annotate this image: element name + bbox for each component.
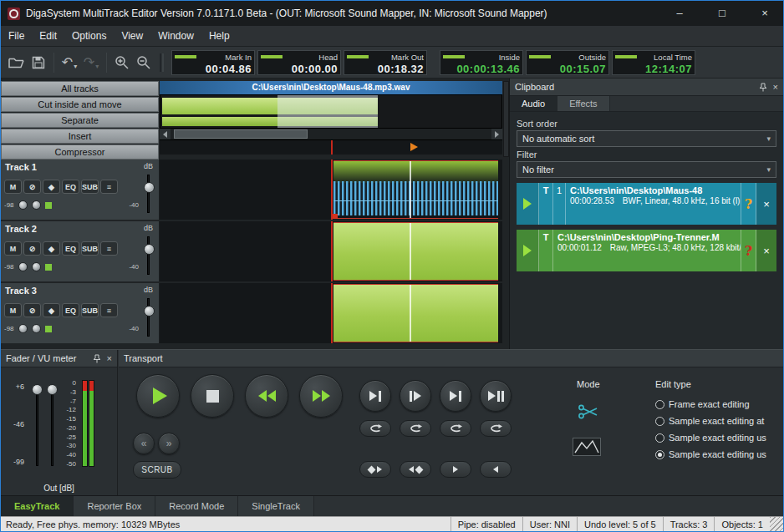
playhead-marker[interactable] bbox=[331, 140, 333, 155]
loop-button-1[interactable] bbox=[359, 420, 391, 437]
fader-slider-left[interactable] bbox=[36, 388, 38, 466]
close-button[interactable]: × bbox=[746, 1, 783, 26]
zoom-out-icon[interactable] bbox=[133, 52, 155, 73]
rewind-button[interactable] bbox=[245, 374, 288, 418]
filter-dropdown[interactable]: No filter ▾ bbox=[517, 161, 776, 178]
mark-out-marker-icon[interactable] bbox=[410, 143, 418, 151]
audio-clip[interactable] bbox=[333, 160, 498, 219]
loop-button-2[interactable] bbox=[400, 420, 431, 437]
pan-button[interactable]: ◆ bbox=[43, 180, 60, 194]
scroll-left-icon[interactable] bbox=[160, 129, 171, 139]
close-panel-icon[interactable]: × bbox=[773, 83, 778, 92]
entry-play-button[interactable] bbox=[517, 183, 539, 225]
fader-knob-right[interactable] bbox=[47, 384, 58, 395]
open-folder-icon[interactable] bbox=[6, 52, 28, 73]
track-waveform-lane[interactable] bbox=[160, 283, 502, 343]
audio-clip[interactable] bbox=[333, 284, 498, 342]
menu-edit[interactable]: Edit bbox=[32, 27, 64, 45]
gain-knob[interactable] bbox=[32, 200, 41, 210]
volume-slider[interactable] bbox=[147, 175, 150, 213]
sub-button[interactable]: SUB bbox=[81, 180, 99, 194]
gain-knob[interactable] bbox=[32, 262, 41, 271]
track-waveform-lane[interactable] bbox=[160, 221, 502, 281]
insert-button[interactable]: Insert bbox=[1, 129, 159, 144]
track-waveform-lane[interactable] bbox=[160, 160, 502, 220]
stop-button[interactable] bbox=[191, 374, 234, 418]
edit-radio-3[interactable]: Sample exact editing us bbox=[655, 449, 781, 459]
separate-button[interactable]: Separate bbox=[1, 113, 159, 128]
tab-reporter-box[interactable]: Reporter Box bbox=[74, 496, 155, 516]
volume-slider-knob[interactable] bbox=[144, 306, 155, 317]
sub-button[interactable]: SUB bbox=[81, 241, 99, 256]
step-back-button[interactable] bbox=[480, 461, 512, 478]
maximize-button[interactable]: □ bbox=[704, 1, 741, 26]
mute-button[interactable]: M bbox=[4, 303, 22, 317]
overview-waveform[interactable] bbox=[160, 94, 502, 129]
mute-button[interactable]: M bbox=[4, 180, 22, 194]
scissors-icon[interactable] bbox=[578, 403, 599, 421]
play-over-cut-button[interactable] bbox=[440, 380, 471, 412]
volume-slider-knob[interactable] bbox=[144, 244, 155, 255]
pan-button[interactable]: ◆ bbox=[43, 241, 60, 256]
previous-button[interactable]: « bbox=[133, 433, 155, 454]
solo-off-button[interactable]: ⊘ bbox=[23, 241, 41, 256]
sort-order-dropdown[interactable]: No automatic sort ▾ bbox=[517, 130, 776, 147]
edit-radio-0[interactable]: Frame exact editing bbox=[655, 399, 781, 409]
volume-slider-knob[interactable] bbox=[144, 182, 155, 193]
zoom-in-icon[interactable] bbox=[111, 52, 133, 73]
pin-icon[interactable] bbox=[759, 83, 767, 92]
scrollbar-track[interactable] bbox=[171, 129, 491, 139]
minimize-button[interactable]: – bbox=[661, 1, 698, 26]
pan-knob[interactable] bbox=[18, 324, 28, 333]
volume-slider[interactable] bbox=[147, 298, 150, 337]
play-pause-button[interactable] bbox=[480, 380, 512, 412]
fast-forward-button[interactable] bbox=[299, 374, 343, 418]
play-to-mark-button[interactable] bbox=[359, 380, 391, 412]
track-menu-button[interactable]: ≡ bbox=[100, 303, 118, 317]
eq-button[interactable]: EQ bbox=[62, 241, 79, 256]
audio-clip[interactable] bbox=[333, 222, 498, 281]
pin-icon[interactable] bbox=[93, 354, 101, 363]
next-button[interactable]: » bbox=[158, 433, 180, 454]
eq-button[interactable]: EQ bbox=[62, 180, 79, 194]
mute-button[interactable]: M bbox=[4, 241, 22, 256]
menu-help[interactable]: Help bbox=[201, 27, 237, 45]
redo-button[interactable]: ↷▾ bbox=[80, 52, 102, 73]
loop-button-3[interactable] bbox=[440, 420, 471, 437]
clipboard-entry[interactable]: T C:\Users\nin\Desktop\Ping-Trenner.M 00… bbox=[517, 230, 776, 271]
envelope-mode-icon[interactable] bbox=[573, 438, 601, 456]
set-mark-out-button[interactable] bbox=[400, 461, 431, 478]
entry-remove-button[interactable]: × bbox=[756, 230, 776, 271]
solo-off-button[interactable]: ⊘ bbox=[23, 303, 41, 317]
track-menu-button[interactable]: ≡ bbox=[100, 241, 118, 256]
resize-grip[interactable] bbox=[770, 517, 783, 531]
gain-knob[interactable] bbox=[32, 324, 41, 333]
solo-off-button[interactable]: ⊘ bbox=[23, 180, 41, 194]
set-mark-in-button[interactable] bbox=[359, 461, 391, 478]
scrollbar-thumb[interactable] bbox=[174, 129, 308, 139]
cut-inside-and-move-button[interactable]: Cut inside and move bbox=[1, 97, 159, 112]
fader-slider-right[interactable] bbox=[51, 388, 53, 466]
timeline-ruler[interactable] bbox=[160, 140, 502, 155]
pan-knob[interactable] bbox=[18, 200, 28, 210]
volume-slider[interactable] bbox=[147, 236, 150, 275]
menu-file[interactable]: File bbox=[1, 27, 32, 45]
play-from-mark-button[interactable] bbox=[400, 380, 431, 412]
tab-easytrack[interactable]: EasyTrack bbox=[1, 496, 74, 516]
edit-radio-1[interactable]: Sample exact editing at bbox=[655, 416, 781, 426]
all-tracks-button[interactable]: All tracks bbox=[1, 81, 159, 96]
sub-button[interactable]: SUB bbox=[81, 303, 99, 317]
loop-button-4[interactable] bbox=[480, 420, 512, 437]
fader-knob-left[interactable] bbox=[32, 384, 43, 395]
tab-effects[interactable]: Effects bbox=[557, 96, 609, 111]
scrub-button[interactable]: SCRUB bbox=[133, 461, 181, 479]
menu-window[interactable]: Window bbox=[150, 27, 201, 45]
menu-view[interactable]: View bbox=[114, 27, 150, 45]
tab-singletrack[interactable]: SingleTrack bbox=[238, 496, 314, 516]
save-icon[interactable] bbox=[28, 52, 49, 73]
tab-audio[interactable]: Audio bbox=[510, 96, 557, 111]
close-panel-icon[interactable]: × bbox=[107, 354, 112, 363]
edit-radio-2[interactable]: Sample exact editing us bbox=[655, 433, 781, 443]
entry-remove-button[interactable]: × bbox=[756, 183, 776, 225]
pan-button[interactable]: ◆ bbox=[43, 303, 60, 317]
